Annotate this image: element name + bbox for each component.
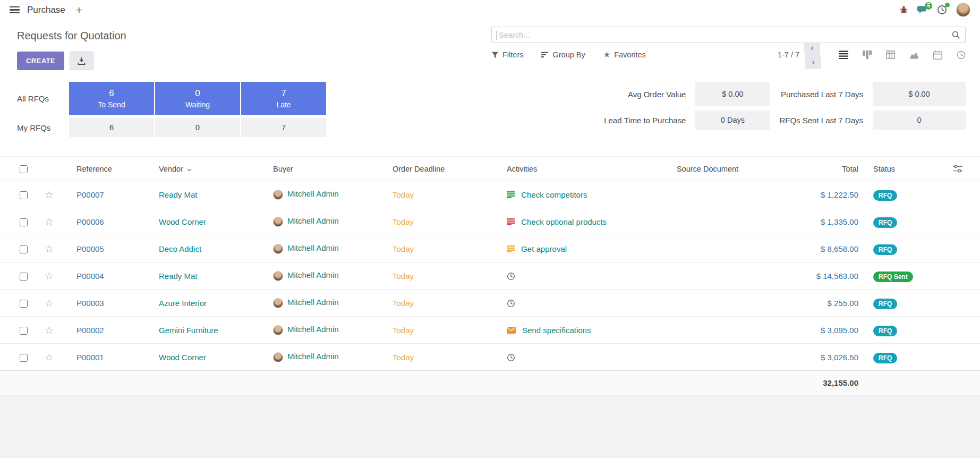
vendor-link[interactable]: Wood Corner bbox=[159, 353, 206, 362]
status-badge: RFQ bbox=[873, 299, 897, 309]
table-row[interactable]: ☆ P00006 Wood Corner Mitchell Admin Toda… bbox=[0, 208, 980, 235]
row-checkbox[interactable] bbox=[20, 300, 28, 308]
row-checkbox[interactable] bbox=[20, 354, 28, 362]
row-checkbox[interactable] bbox=[20, 191, 28, 199]
app-name[interactable]: Purchase bbox=[27, 5, 65, 15]
status-badge: RFQ bbox=[873, 190, 897, 201]
create-button[interactable]: CREATE bbox=[17, 52, 64, 70]
kpi-waiting[interactable]: 0 Waiting bbox=[155, 82, 240, 115]
apps-menu-icon[interactable] bbox=[10, 6, 20, 13]
pivot-view-icon[interactable] bbox=[886, 50, 895, 59]
activity-clock-icon[interactable] bbox=[507, 299, 515, 308]
rfqs-sent-last-7-days: 0 bbox=[873, 111, 966, 130]
activity-clock-icon[interactable] bbox=[507, 353, 515, 362]
all-rfqs-label: All RFQs bbox=[17, 82, 68, 115]
search-icon[interactable] bbox=[952, 31, 960, 41]
buyer-link[interactable]: Mitchell Admin bbox=[287, 352, 339, 361]
table-row[interactable]: ☆ P00007 Ready Mat Mitchell Admin Today … bbox=[0, 181, 980, 208]
table-row[interactable]: ☆ P00002 Gemini Furniture Mitchell Admin… bbox=[0, 317, 980, 344]
reference-link[interactable]: P00001 bbox=[76, 353, 104, 362]
activity-link[interactable]: Get approval bbox=[521, 244, 567, 253]
export-button[interactable] bbox=[70, 52, 93, 70]
select-all-checkbox[interactable] bbox=[20, 165, 28, 173]
buyer-link[interactable]: Mitchell Admin bbox=[287, 298, 339, 307]
reference-link[interactable]: P00005 bbox=[76, 244, 104, 253]
vendor-link[interactable]: Gemini Furniture bbox=[159, 326, 218, 335]
activity-link[interactable]: Check optional products bbox=[521, 217, 607, 226]
kpi-to-send[interactable]: 6 To Send bbox=[69, 82, 154, 115]
table-row[interactable]: ☆ P00001 Wood Corner Mitchell Admin Toda… bbox=[0, 344, 980, 371]
activity-link[interactable]: Check competitors bbox=[521, 190, 587, 199]
kpi-waiting-count: 0 bbox=[195, 88, 200, 99]
plus-icon[interactable]: + bbox=[76, 4, 82, 15]
search-input[interactable] bbox=[492, 27, 965, 43]
kpi-my-late[interactable]: 7 bbox=[241, 118, 326, 137]
sort-caret-icon[interactable] bbox=[187, 165, 192, 173]
reference-link[interactable]: P00006 bbox=[76, 217, 104, 226]
activity-envelope-icon[interactable] bbox=[507, 327, 516, 334]
vendor-link[interactable]: Wood Corner bbox=[159, 217, 206, 226]
activity-clock-icon[interactable] bbox=[507, 272, 515, 281]
vendor-link[interactable]: Ready Mat bbox=[159, 272, 198, 281]
table-row[interactable]: ☆ P00004 Ready Mat Mitchell Admin Today … bbox=[0, 262, 980, 290]
row-checkbox[interactable] bbox=[20, 245, 28, 253]
kpi-my-waiting[interactable]: 0 bbox=[155, 118, 240, 137]
header-status: Status bbox=[873, 165, 895, 173]
activities-clock-icon[interactable] bbox=[937, 5, 947, 15]
top-navbar: Purchase + 5 bbox=[0, 0, 980, 20]
buyer-link[interactable]: Mitchell Admin bbox=[287, 189, 339, 198]
reference-link[interactable]: P00003 bbox=[76, 299, 104, 308]
favorites-button[interactable]: ★ Favorites bbox=[603, 50, 646, 60]
row-checkbox[interactable] bbox=[20, 218, 28, 226]
funnel-icon bbox=[491, 52, 499, 58]
pager-next-button[interactable]: › bbox=[805, 55, 821, 69]
optional-columns-icon[interactable] bbox=[953, 165, 980, 173]
kpi-late-count: 7 bbox=[281, 88, 286, 99]
favorite-star-icon[interactable]: ☆ bbox=[45, 243, 54, 255]
avg-order-value: $ 0.00 bbox=[695, 82, 770, 106]
buyer-link[interactable]: Mitchell Admin bbox=[287, 216, 339, 225]
favorite-star-icon[interactable]: ☆ bbox=[45, 352, 54, 363]
vendor-link[interactable]: Azure Interior bbox=[159, 299, 207, 308]
search-bar[interactable] bbox=[491, 27, 966, 43]
buyer-link[interactable]: Mitchell Admin bbox=[287, 243, 339, 252]
favorite-star-icon[interactable]: ☆ bbox=[45, 325, 54, 336]
view-switcher bbox=[839, 50, 966, 60]
user-avatar[interactable] bbox=[956, 3, 970, 17]
favorite-star-icon[interactable]: ☆ bbox=[45, 298, 54, 309]
row-checkbox[interactable] bbox=[20, 327, 28, 335]
clock-view-icon[interactable] bbox=[957, 50, 966, 60]
row-checkbox[interactable] bbox=[20, 273, 28, 281]
reference-link[interactable]: P00007 bbox=[76, 190, 104, 199]
activity-list-icon[interactable] bbox=[507, 218, 515, 225]
kanban-view-icon[interactable] bbox=[863, 50, 872, 59]
activity-link[interactable]: Send specifications bbox=[522, 326, 591, 335]
group-by-button[interactable]: Group By bbox=[541, 50, 585, 59]
vendor-link[interactable]: Deco Addict bbox=[159, 244, 201, 253]
messages-icon[interactable]: 5 bbox=[917, 5, 928, 15]
graph-view-icon[interactable] bbox=[909, 50, 919, 59]
vendor-link[interactable]: Ready Mat bbox=[159, 190, 198, 199]
messages-badge: 5 bbox=[925, 2, 932, 10]
status-badge: RFQ bbox=[873, 326, 897, 336]
favorite-star-icon[interactable]: ☆ bbox=[45, 189, 54, 200]
buyer-link[interactable]: Mitchell Admin bbox=[287, 325, 339, 334]
filters-button[interactable]: Filters bbox=[491, 50, 523, 59]
kpi-my-to-send[interactable]: 6 bbox=[69, 118, 154, 137]
list-view-icon[interactable] bbox=[839, 50, 848, 59]
table-row[interactable]: ☆ P00003 Azure Interior Mitchell Admin T… bbox=[0, 290, 980, 317]
buyer-link[interactable]: Mitchell Admin bbox=[287, 270, 339, 279]
reference-link[interactable]: P00004 bbox=[76, 272, 104, 281]
purchased-last-7-days-label: Purchased Last 7 Days bbox=[779, 82, 863, 106]
favorite-star-icon[interactable]: ☆ bbox=[45, 216, 54, 227]
activity-list-icon[interactable] bbox=[507, 191, 515, 198]
reference-link[interactable]: P00002 bbox=[76, 326, 104, 335]
favorite-star-icon[interactable]: ☆ bbox=[45, 270, 54, 282]
table-row[interactable]: ☆ P00005 Deco Addict Mitchell Admin Toda… bbox=[0, 235, 980, 262]
debug-bug-icon[interactable] bbox=[899, 5, 908, 14]
activity-list-icon[interactable] bbox=[507, 245, 515, 252]
status-badge: RFQ bbox=[873, 353, 897, 363]
calendar-view-icon[interactable] bbox=[933, 50, 942, 60]
group-by-icon bbox=[541, 52, 549, 58]
kpi-late[interactable]: 7 Late bbox=[241, 82, 326, 115]
